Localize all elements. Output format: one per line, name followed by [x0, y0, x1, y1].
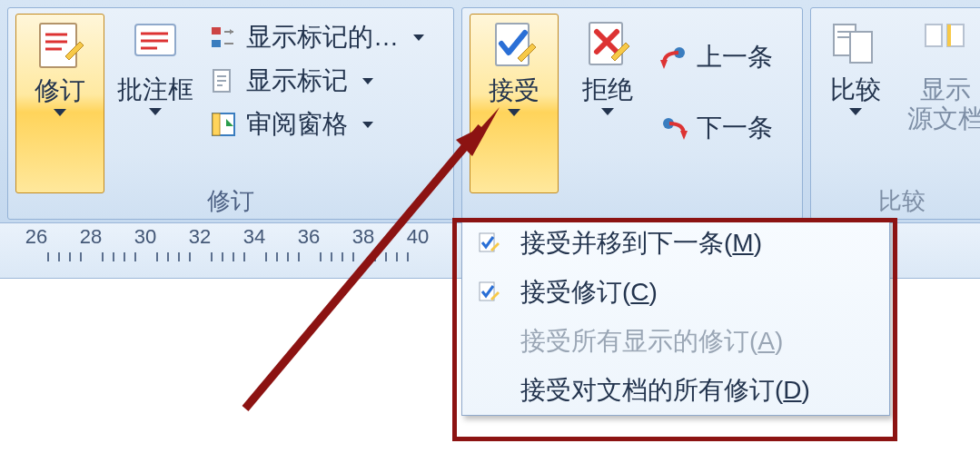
ruler-tick	[233, 252, 234, 261]
ruler-tick	[342, 252, 343, 261]
ruler-tick	[189, 252, 191, 261]
accept-all-item[interactable]: 接受对文档的所有修订(D)	[462, 366, 889, 415]
menu-item-label: 接受并移到下一条(M)	[520, 226, 762, 261]
svg-rect-10	[212, 40, 221, 47]
display-for-review-label: 显示标记的…	[246, 20, 399, 54]
ruler-tick	[265, 252, 267, 261]
display-for-review-dropdown[interactable]: 显示标记的…	[210, 15, 444, 59]
ruler-number: 30	[134, 225, 156, 249]
chevron-down-icon	[362, 78, 373, 84]
accept-and-move-next-item[interactable]: 接受并移到下一条(M)	[462, 219, 889, 268]
chevron-down-icon	[149, 108, 162, 115]
balloons-button[interactable]: 批注框	[110, 14, 201, 192]
display-for-review-icon	[210, 24, 237, 51]
accept-change-item[interactable]: 接受修订(C)	[462, 268, 889, 317]
ruler-tick	[407, 252, 409, 261]
ruler-number: 34	[243, 225, 265, 249]
ruler-tick	[396, 252, 398, 261]
ruler-number: 40	[407, 225, 429, 249]
ruler-tick	[102, 252, 104, 261]
balloons-label: 批注框	[117, 75, 193, 104]
ruler-tick	[134, 252, 136, 261]
reject-label: 拒绝	[582, 75, 633, 104]
show-source-icon	[920, 19, 971, 70]
ruler-number: 32	[189, 225, 211, 249]
svg-rect-32	[926, 25, 942, 46]
show-source-label-l1: 显示	[920, 75, 971, 104]
menu-item-label: 接受修订(C)	[520, 275, 658, 310]
ruler-tick	[243, 252, 245, 261]
ruler-tick	[211, 252, 213, 261]
accept-label: 接受	[489, 76, 539, 105]
chevron-down-icon	[508, 109, 520, 116]
ribbon-group-tracking-label: 修订	[8, 185, 453, 217]
next-icon	[660, 114, 688, 142]
ruler-number: 38	[352, 225, 374, 249]
compare-label: 比较	[830, 75, 881, 104]
track-changes-icon	[35, 20, 85, 71]
menu-item-label: 接受所有显示的修订(A)	[520, 324, 783, 359]
reviewing-pane-dropdown[interactable]: 审阅窗格	[210, 103, 444, 146]
chevron-down-icon	[601, 108, 614, 115]
svg-rect-16	[213, 113, 220, 135]
svg-marker-25	[660, 60, 668, 69]
ruler-number: 26	[25, 225, 47, 249]
ruler-tick	[124, 252, 125, 261]
show-source-label-l2: 源文档	[907, 104, 980, 133]
svg-rect-29	[850, 32, 872, 63]
previous-icon	[660, 44, 688, 71]
accept-icon	[489, 20, 539, 71]
show-markup-label: 显示标记	[246, 64, 348, 98]
ruler-tick	[69, 252, 71, 261]
show-source-docs-button[interactable]: 显示 源文档	[898, 14, 980, 192]
reviewing-pane-label: 审阅窗格	[246, 107, 348, 142]
ruler-tick	[276, 252, 278, 261]
svg-rect-0	[40, 24, 76, 67]
ruler-tick	[80, 252, 82, 261]
track-changes-label: 修订	[35, 76, 85, 105]
ruler-tick	[47, 252, 49, 261]
ruler-tick	[113, 252, 114, 261]
ruler-tick	[320, 252, 322, 261]
ruler-tick	[298, 252, 300, 261]
balloons-icon	[130, 19, 181, 70]
chevron-down-icon	[413, 34, 424, 41]
menu-item-label: 接受对文档的所有修订(D)	[520, 373, 810, 408]
ruler-tick	[222, 252, 223, 261]
reject-icon	[582, 19, 633, 70]
track-changes-button[interactable]: 修订	[15, 14, 104, 193]
accept-change-icon	[475, 281, 504, 304]
ribbon-group-compare: 比较 显示 源文档 比较	[810, 7, 980, 220]
next-change-button[interactable]: 下一条	[660, 106, 773, 150]
show-markup-dropdown[interactable]: 显示标记	[210, 59, 444, 103]
compare-button[interactable]: 比较	[818, 14, 893, 192]
ruler-tick	[374, 252, 376, 261]
svg-rect-34	[947, 25, 951, 46]
chevron-down-icon	[849, 108, 862, 115]
ruler-tick	[156, 252, 158, 261]
accept-button[interactable]: 接受	[470, 14, 559, 193]
accept-move-icon	[475, 232, 504, 255]
ruler-tick	[331, 252, 332, 261]
ribbon-group-changes: 接受 拒绝 上一条	[461, 7, 803, 220]
ruler-tick	[352, 252, 354, 261]
reject-button[interactable]: 拒绝	[564, 14, 651, 192]
svg-rect-9	[212, 27, 221, 34]
show-markup-icon	[210, 67, 237, 94]
compare-icon	[830, 19, 881, 70]
ribbon-group-compare-cut-label: 比较	[811, 185, 980, 217]
ribbon: 修订 批注框 显示标记的…	[0, 0, 980, 223]
next-change-label: 下一条	[697, 111, 773, 145]
ruler-tick	[385, 252, 387, 261]
chevron-down-icon	[362, 122, 373, 128]
previous-change-label: 上一条	[697, 40, 773, 74]
ruler-number: 28	[80, 225, 102, 249]
previous-change-button[interactable]: 上一条	[660, 35, 773, 79]
ruler-tick	[287, 252, 289, 261]
reviewing-pane-icon	[210, 111, 237, 138]
svg-marker-27	[680, 131, 688, 140]
accept-all-shown-item: 接受所有显示的修订(A)	[462, 317, 889, 366]
ruler-tick	[167, 252, 169, 261]
accept-dropdown-menu: 接受并移到下一条(M) 接受修订(C) 接受所有显示的修订(A) 接受对文档的所…	[461, 218, 890, 416]
ruler-number: 36	[298, 225, 320, 249]
